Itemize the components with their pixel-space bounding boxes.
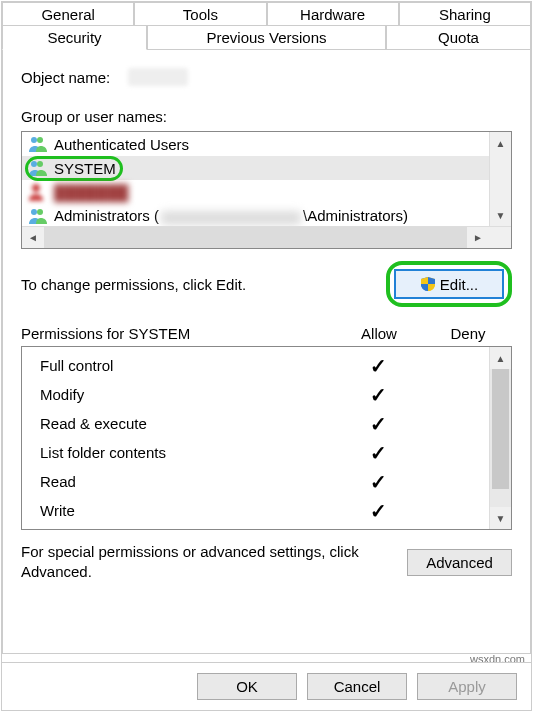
svg-point-6 xyxy=(37,209,43,215)
advanced-button-label: Advanced xyxy=(426,554,493,571)
tab-label: Sharing xyxy=(439,6,491,23)
check-icon: ✓ xyxy=(333,412,423,436)
tab-hardware[interactable]: Hardware xyxy=(267,2,399,26)
special-permissions-row: For special permissions or advanced sett… xyxy=(21,542,512,583)
tabs-row-bottom: Security Previous Versions Quota xyxy=(2,25,531,50)
permissions-viewport[interactable]: Full control ✓ Modify ✓ Read & execute ✓… xyxy=(22,347,489,529)
horizontal-scrollbar[interactable]: ◄ ► xyxy=(22,226,511,248)
permission-name: Full control xyxy=(40,357,333,374)
check-icon: ✓ xyxy=(333,499,423,523)
ok-button[interactable]: OK xyxy=(197,673,297,700)
tab-label: General xyxy=(41,6,94,23)
svg-point-3 xyxy=(37,161,43,167)
permissions-header-name: Permissions for SYSTEM xyxy=(21,325,334,342)
permission-row: Write ✓ xyxy=(22,496,489,525)
permission-row: Read ✓ xyxy=(22,467,489,496)
ok-button-label: OK xyxy=(236,678,258,695)
list-item-label: SYSTEM xyxy=(54,160,116,177)
svg-point-4 xyxy=(32,184,40,192)
group-user-names-list[interactable]: Authenticated Users SYSTEM ███████ xyxy=(21,131,512,249)
tab-security[interactable]: Security xyxy=(2,25,147,50)
svg-point-2 xyxy=(31,161,37,167)
permission-name: Read xyxy=(40,473,333,490)
edit-button[interactable]: Edit... xyxy=(394,269,504,299)
cancel-button-label: Cancel xyxy=(334,678,381,695)
users-icon xyxy=(28,135,48,153)
vertical-scrollbar[interactable]: ▲ ▼ xyxy=(489,132,511,226)
list-item-label: ███████ xyxy=(54,184,128,201)
svg-point-0 xyxy=(31,137,37,143)
permission-name: Read & execute xyxy=(40,415,333,432)
edit-permissions-row: To change permissions, click Edit. Edit.… xyxy=(21,261,512,307)
user-icon xyxy=(28,183,48,201)
scroll-left-arrow[interactable]: ◄ xyxy=(22,227,44,248)
tab-general[interactable]: General xyxy=(2,2,134,26)
list-item-authenticated-users[interactable]: Authenticated Users xyxy=(22,132,489,156)
tab-label: Quota xyxy=(438,29,479,46)
scroll-thumb[interactable] xyxy=(492,369,509,489)
shield-icon xyxy=(420,276,436,292)
edit-button-label: Edit... xyxy=(440,276,478,293)
list-item-system[interactable]: SYSTEM xyxy=(22,156,489,180)
scroll-corner xyxy=(489,227,511,248)
permissions-header-deny: Deny xyxy=(424,325,512,342)
permission-row: Full control ✓ xyxy=(22,351,489,380)
list-item-administrators[interactable]: Administrators (\Administrators) xyxy=(22,204,489,226)
permissions-header: Permissions for SYSTEM Allow Deny xyxy=(21,325,512,342)
check-icon: ✓ xyxy=(333,354,423,378)
check-icon: ✓ xyxy=(333,383,423,407)
properties-dialog: APUALS General Tools Hardware Sharing Se… xyxy=(1,1,532,711)
apply-button[interactable]: Apply xyxy=(417,673,517,700)
tab-label: Hardware xyxy=(300,6,365,23)
tab-sharing[interactable]: Sharing xyxy=(399,2,531,26)
special-permissions-text: For special permissions or advanced sett… xyxy=(21,542,397,583)
edit-hint-text: To change permissions, click Edit. xyxy=(21,276,246,293)
tab-label: Tools xyxy=(183,6,218,23)
tab-previous-versions[interactable]: Previous Versions xyxy=(147,25,386,50)
vertical-scrollbar[interactable]: ▲ ▼ xyxy=(489,347,511,529)
advanced-button[interactable]: Advanced xyxy=(407,549,512,576)
scroll-down-arrow[interactable]: ▼ xyxy=(490,507,511,529)
object-name-row: Object name: xyxy=(21,68,512,86)
object-name-value xyxy=(128,68,188,86)
permission-row: Modify ✓ xyxy=(22,380,489,409)
tab-label: Security xyxy=(47,29,101,46)
permission-name: List folder contents xyxy=(40,444,333,461)
permissions-list: Full control ✓ Modify ✓ Read & execute ✓… xyxy=(21,346,512,530)
permission-row: List folder contents ✓ xyxy=(22,438,489,467)
tabs-row-top: General Tools Hardware Sharing xyxy=(2,2,531,26)
check-icon: ✓ xyxy=(333,441,423,465)
users-icon xyxy=(28,207,48,225)
highlight-annotation: Edit... xyxy=(386,261,512,307)
check-icon: ✓ xyxy=(333,470,423,494)
tab-tools[interactable]: Tools xyxy=(134,2,266,26)
security-tab-panel: Object name: Group or user names: Authen… xyxy=(2,49,531,654)
dialog-button-bar: OK Cancel Apply xyxy=(2,662,531,710)
scroll-track[interactable] xyxy=(490,369,511,507)
scroll-down-arrow[interactable]: ▼ xyxy=(490,204,511,226)
permission-name: Modify xyxy=(40,386,333,403)
scroll-right-arrow[interactable]: ► xyxy=(467,227,489,248)
list-item-label: Administrators (\Administrators) xyxy=(54,207,408,224)
permissions-header-allow: Allow xyxy=(334,325,424,342)
users-icon xyxy=(28,159,48,177)
scroll-up-arrow[interactable]: ▲ xyxy=(490,347,511,369)
svg-point-5 xyxy=(31,209,37,215)
apply-button-label: Apply xyxy=(448,678,486,695)
permission-row: Read & execute ✓ xyxy=(22,409,489,438)
permission-name: Write xyxy=(40,502,333,519)
tab-quota[interactable]: Quota xyxy=(386,25,531,50)
object-name-label: Object name: xyxy=(21,69,110,86)
cancel-button[interactable]: Cancel xyxy=(307,673,407,700)
group-user-names-label: Group or user names: xyxy=(21,108,512,125)
svg-point-1 xyxy=(37,137,43,143)
list-item-label: Authenticated Users xyxy=(54,136,189,153)
tab-label: Previous Versions xyxy=(206,29,326,46)
group-list-viewport[interactable]: Authenticated Users SYSTEM ███████ xyxy=(22,132,489,226)
scroll-track[interactable] xyxy=(44,227,467,248)
list-item-redacted[interactable]: ███████ xyxy=(22,180,489,204)
scroll-up-arrow[interactable]: ▲ xyxy=(490,132,511,154)
